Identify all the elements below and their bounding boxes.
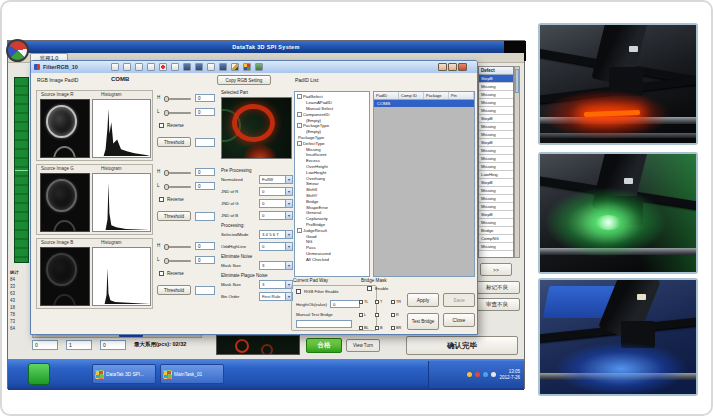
view-dark-icon[interactable] xyxy=(219,63,227,71)
setting-dropdown[interactable]: 3 4 5 6 7 xyxy=(259,230,293,239)
tree-toggle-icon[interactable]: - xyxy=(297,141,302,146)
reverse-checkbox[interactable] xyxy=(159,197,164,202)
chevron-down-icon[interactable] xyxy=(285,176,292,183)
view-dark-icon[interactable] xyxy=(195,63,203,71)
rgb-filter-enable-checkbox[interactable] xyxy=(296,289,301,294)
threshold-button[interactable]: Threshold xyxy=(157,137,191,147)
threshold-value-input[interactable] xyxy=(195,138,215,147)
defect-row[interactable]: Missing xyxy=(479,187,513,195)
edit-pencil-icon[interactable] xyxy=(231,63,239,71)
defect-row[interactable]: StepB xyxy=(479,139,513,147)
defect-row[interactable]: Missing xyxy=(479,203,513,211)
chevron-down-icon[interactable] xyxy=(285,212,292,219)
record-icon[interactable] xyxy=(159,63,167,71)
setting-dropdown[interactable]: 3 xyxy=(259,280,293,289)
defect-row[interactable]: Missing xyxy=(479,163,513,171)
scrollbar-thumb[interactable] xyxy=(515,69,519,93)
h-slider[interactable] xyxy=(165,246,191,248)
bridge-mask-enable-checkbox[interactable] xyxy=(367,286,372,291)
h-value-input[interactable]: 0 xyxy=(195,168,215,176)
l-slider[interactable] xyxy=(165,186,191,188)
threshold-value-input[interactable] xyxy=(195,212,215,221)
bridge-mask-cell[interactable]: BR xyxy=(391,321,407,334)
defect-row[interactable]: Missing xyxy=(479,83,513,91)
camera-icon[interactable] xyxy=(147,63,155,71)
defect-row[interactable]: Missing xyxy=(479,131,513,139)
defect-row[interactable]: StepB xyxy=(479,115,513,123)
h-value-input[interactable]: 0 xyxy=(195,242,215,250)
height-ok-input[interactable]: 0 xyxy=(330,300,360,308)
threshold-button[interactable]: Threshold xyxy=(157,285,191,295)
tree-item[interactable]: All Checked xyxy=(295,256,369,262)
mask-checkbox[interactable] xyxy=(359,326,363,330)
defect-row[interactable]: Bridge xyxy=(479,227,513,235)
defect-row[interactable]: Missing xyxy=(479,195,513,203)
close-icon[interactable] xyxy=(458,63,467,71)
tray-blue-icon[interactable] xyxy=(483,372,488,377)
setting-dropdown[interactable]: First Rule xyxy=(259,292,293,301)
h-value-input[interactable]: 0 xyxy=(195,94,215,102)
manual-test-bridge-input[interactable] xyxy=(296,320,352,328)
start-button[interactable] xyxy=(28,363,50,385)
bridge-mask-cell[interactable] xyxy=(375,308,391,321)
measure-icon[interactable] xyxy=(171,63,179,71)
defect-table-scrollbar[interactable] xyxy=(514,66,520,258)
confirm-complete-button[interactable]: 确认完毕 xyxy=(406,336,518,355)
defect-row[interactable]: StepB xyxy=(479,179,513,187)
l-slider[interactable] xyxy=(165,260,191,262)
mask-checkbox[interactable] xyxy=(375,326,379,330)
apply-button[interactable]: Apply xyxy=(407,293,439,307)
tree-toggle-icon[interactable]: - xyxy=(297,112,302,117)
defect-row[interactable]: Missing xyxy=(479,147,513,155)
tree-toggle-icon[interactable]: - xyxy=(297,123,302,128)
slider-thumb[interactable] xyxy=(164,170,169,176)
threshold-value-input[interactable] xyxy=(195,286,215,295)
l-value-input[interactable]: 0 xyxy=(195,108,215,116)
defect-row[interactable]: Missing xyxy=(479,123,513,131)
slider-thumb[interactable] xyxy=(164,96,169,102)
mask-checkbox[interactable] xyxy=(375,313,379,317)
review-defect-button[interactable]: 审查不良 xyxy=(474,298,520,311)
more-button[interactable]: >> xyxy=(480,263,512,276)
mask-checkbox[interactable] xyxy=(391,326,395,330)
mask-checkbox[interactable] xyxy=(375,300,379,304)
tree-toggle-icon[interactable]: - xyxy=(297,228,302,233)
bridge-mask-cell[interactable]: R xyxy=(391,308,407,321)
l-value-input[interactable]: 0 xyxy=(195,256,215,264)
defect-row[interactable]: Missing xyxy=(479,107,513,115)
taskbar-app-2[interactable]: MainTask_01 xyxy=(160,364,224,384)
status-value-1[interactable]: 0 xyxy=(32,340,58,350)
pcb-board-map[interactable] xyxy=(14,77,29,263)
chevron-down-icon[interactable] xyxy=(285,200,292,207)
chevron-down-icon[interactable] xyxy=(285,262,292,269)
copy-rgb-setting-button[interactable]: Copy RGB Setting xyxy=(217,75,271,85)
setting-dropdown[interactable]: 0 xyxy=(259,187,293,196)
chevron-down-icon[interactable] xyxy=(285,243,292,250)
color-palette-icon[interactable] xyxy=(243,63,251,71)
mask-checkbox[interactable] xyxy=(391,300,395,304)
open-folder-icon[interactable] xyxy=(123,63,131,71)
defect-row-selected[interactable]: StepB xyxy=(479,75,513,83)
maximize-icon[interactable] xyxy=(448,63,457,71)
defect-row[interactable]: LowHeig xyxy=(479,171,513,179)
status-value-3[interactable]: 0 xyxy=(100,340,126,350)
chevron-down-icon[interactable] xyxy=(285,188,292,195)
defect-row[interactable]: Missing xyxy=(479,155,513,163)
reverse-checkbox[interactable] xyxy=(159,271,164,276)
padid-selected-row[interactable]: COMB xyxy=(374,100,474,107)
setting-dropdown[interactable]: FullW xyxy=(259,175,293,184)
setting-dropdown[interactable]: 0 xyxy=(259,242,293,251)
save-doc-icon[interactable] xyxy=(135,63,143,71)
tray-warning-icon[interactable] xyxy=(467,372,472,377)
defect-row[interactable]: Missing xyxy=(479,219,513,227)
h-slider[interactable] xyxy=(165,172,191,174)
setting-dropdown[interactable]: 0 xyxy=(259,199,293,208)
tray-white-icon[interactable] xyxy=(491,372,496,377)
threshold-button[interactable]: Threshold xyxy=(157,211,191,221)
mask-checkbox[interactable] xyxy=(359,300,363,304)
close-button[interactable]: Close xyxy=(443,313,475,327)
view-light-icon[interactable] xyxy=(207,63,215,71)
new-doc-icon[interactable] xyxy=(111,63,119,71)
l-slider[interactable] xyxy=(165,112,191,114)
defect-row[interactable]: CompNG xyxy=(479,235,513,243)
